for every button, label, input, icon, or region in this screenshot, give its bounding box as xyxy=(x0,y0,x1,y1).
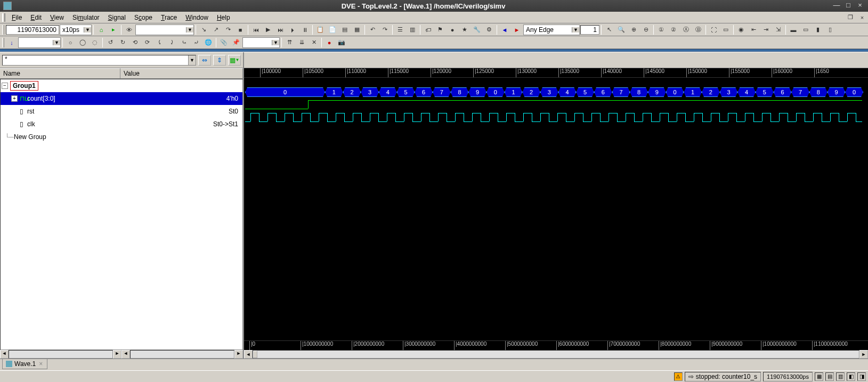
binoculars-icon[interactable]: 👁 xyxy=(123,25,135,35)
signal-combo[interactable]: ▼ xyxy=(242,37,280,48)
ring-icon[interactable]: ◌ xyxy=(89,37,101,48)
prev-edge-icon[interactable]: ◄ xyxy=(499,25,510,35)
circle2-icon[interactable]: ◯ xyxy=(77,37,88,48)
menu-file[interactable]: File xyxy=(7,13,26,22)
bookmark-icon[interactable]: ★ xyxy=(459,25,470,35)
undo-icon[interactable]: ↶ xyxy=(367,25,378,35)
scroll-left-icon[interactable]: ◄ xyxy=(0,350,9,359)
signal-row-clk[interactable]: ▯ clk St0->St1 xyxy=(1,118,242,131)
menu-simulator[interactable]: Simulator xyxy=(68,13,104,22)
status-icon-4[interactable]: ◧ xyxy=(847,372,855,381)
step2-icon[interactable]: ↻ xyxy=(117,37,128,48)
group-row[interactable]: − Group1 xyxy=(1,79,242,92)
wave-scroll-left-icon[interactable]: ◄ xyxy=(244,350,253,359)
marker-b-icon[interactable]: Ⓑ xyxy=(692,25,704,35)
paste-icon[interactable]: 📄 xyxy=(327,25,338,35)
center-icon[interactable]: ◉ xyxy=(735,25,747,35)
wave-fill-icon[interactable]: ▬ xyxy=(788,25,799,35)
marker2-icon[interactable]: ② xyxy=(668,25,679,35)
trace-up-icon[interactable]: ⇈ xyxy=(283,37,295,48)
scrollbar-thumb[interactable] xyxy=(253,351,257,358)
status-alert-icon[interactable]: ⚠ xyxy=(674,372,683,381)
gear-icon[interactable]: ⚙ xyxy=(483,25,495,35)
redo-icon[interactable]: ↷ xyxy=(379,25,391,35)
search-combo[interactable]: ▼ xyxy=(135,25,194,35)
step-in-icon[interactable]: ↘ xyxy=(198,25,209,35)
zoom-icon[interactable]: 🔍 xyxy=(615,25,627,35)
menu-signal[interactable]: Signal xyxy=(104,13,130,22)
signal-row-rst[interactable]: ▯ rst St0 xyxy=(1,105,242,118)
flag-icon[interactable]: ⚑ xyxy=(434,25,446,35)
wave-row-rst[interactable] xyxy=(244,99,868,112)
record-icon[interactable]: ● xyxy=(323,37,335,48)
columns-icon[interactable]: ▥ xyxy=(407,25,418,35)
tab-wave1[interactable]: Wave.1 × xyxy=(2,359,47,369)
step8-icon[interactable]: ⤾ xyxy=(190,37,202,48)
sheet-icon[interactable]: ▤ xyxy=(339,25,351,35)
time-unit-combo[interactable]: x10ps▼ xyxy=(60,25,92,35)
signal-row-count[interactable]: + ⊓⊔ count[3:0] 4'h0 xyxy=(1,92,242,105)
circle1-icon[interactable]: ○ xyxy=(64,37,76,48)
scroll-left2-icon[interactable]: ◄ xyxy=(121,350,130,359)
minimize-button[interactable]: — xyxy=(832,2,841,10)
status-icon-2[interactable]: ▤ xyxy=(825,372,834,381)
status-icon-5[interactable]: ◨ xyxy=(857,372,866,381)
edge-count-input[interactable] xyxy=(580,25,599,35)
goto-end-icon[interactable]: ⇥ xyxy=(760,25,772,35)
menu-grip[interactable] xyxy=(2,13,5,22)
attach-icon[interactable]: 📎 xyxy=(218,37,230,48)
filter-expand-icon[interactable]: ⇔ xyxy=(198,55,211,66)
wave-hscrollbar[interactable]: ◄ ► xyxy=(244,350,868,359)
marker-a-icon[interactable]: Ⓐ xyxy=(680,25,692,35)
maximize-button[interactable]: □ xyxy=(843,2,853,10)
step-out-icon[interactable]: ↗ xyxy=(210,25,222,35)
time-input[interactable] xyxy=(6,25,59,35)
menu-window[interactable]: Window xyxy=(181,13,213,22)
fit-icon[interactable]: ⛶ xyxy=(708,25,719,35)
time-ruler-bottom[interactable]: |0|1000000000|2000000000|3000000000|4000… xyxy=(244,340,868,350)
cursor-icon[interactable]: ↖ xyxy=(603,25,615,35)
dropdown-arrow-icon[interactable]: ▼ xyxy=(188,55,196,65)
globe-icon[interactable]: 🌐 xyxy=(202,37,214,48)
trace-down-icon[interactable]: ⇊ xyxy=(296,37,307,48)
next-edge-icon[interactable]: ► xyxy=(511,25,523,35)
wave-tall-icon[interactable]: ▯ xyxy=(824,25,836,35)
signal-filter-combo[interactable]: * ▼ xyxy=(2,55,196,66)
scroll-right2-icon[interactable]: ► xyxy=(234,350,243,359)
menu-trace[interactable]: Trace xyxy=(157,13,181,22)
wave-collapse-icon[interactable]: ▭ xyxy=(800,25,812,35)
scroll-right-icon[interactable]: ► xyxy=(113,350,121,359)
list-icon[interactable]: ☰ xyxy=(394,25,406,35)
down-arrow-icon[interactable]: ↓ xyxy=(6,37,18,48)
snapshot-icon[interactable]: 📷 xyxy=(336,37,347,48)
column-name-header[interactable]: Name xyxy=(0,68,120,78)
break-icon[interactable]: ⏸ xyxy=(299,25,311,35)
new-group-row[interactable]: └─ New Group xyxy=(1,131,242,143)
wave-scroll-right-icon[interactable]: ► xyxy=(859,350,868,359)
menu-scope[interactable]: Scope xyxy=(130,13,157,22)
wave-expand-icon[interactable]: ▮ xyxy=(812,25,824,35)
filter-collapse-icon[interactable]: ⇕ xyxy=(213,55,226,66)
menu-edit[interactable]: Edit xyxy=(26,13,46,22)
time-ruler-top[interactable]: |100000|105000|110000|115000|120000|1250… xyxy=(244,68,868,78)
hierarchy-icon[interactable]: ▸ xyxy=(108,25,119,35)
waveform-area[interactable]: 0123456789012345678901234567890 xyxy=(244,78,868,340)
status-icon-3[interactable]: ▥ xyxy=(836,372,845,381)
menu-view[interactable]: View xyxy=(46,13,68,22)
trace-x-icon[interactable]: ✕ xyxy=(308,37,320,48)
goto-start-icon[interactable]: ⇤ xyxy=(748,25,759,35)
region-icon[interactable]: ▭ xyxy=(720,25,732,35)
pin-icon[interactable]: 📌 xyxy=(230,37,242,48)
toolbar2-grip[interactable] xyxy=(2,38,4,47)
column-value-header[interactable]: Value xyxy=(120,68,243,78)
zoom-in-icon[interactable]: ⊕ xyxy=(628,25,639,35)
zoom-out-icon[interactable]: ⊖ xyxy=(640,25,652,35)
step5-icon[interactable]: ⤹ xyxy=(153,37,165,48)
toolbar-grip[interactable] xyxy=(2,25,4,35)
scope-combo[interactable]: ▼ xyxy=(18,37,61,48)
step6-icon[interactable]: ⤸ xyxy=(166,37,177,48)
signal-tree[interactable]: − Group1 + ⊓⊔ count[3:0] 4'h0 ▯ rst St0 … xyxy=(0,79,243,350)
left-hscrollbar[interactable]: ◄ ► ◄ ► xyxy=(0,350,243,359)
copy-icon[interactable]: 📋 xyxy=(314,25,326,35)
step3-icon[interactable]: ⟲ xyxy=(129,37,141,48)
